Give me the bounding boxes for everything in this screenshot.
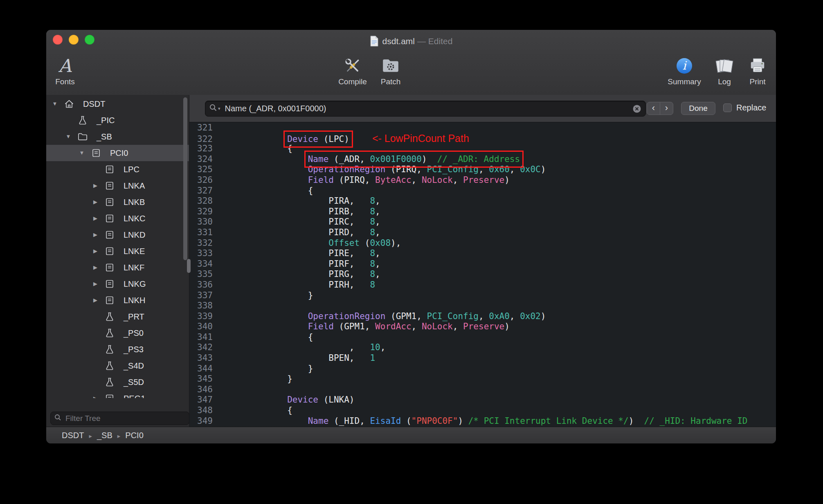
method-icon [104, 344, 115, 355]
tree-item-label: LNKE [124, 243, 145, 259]
device-icon [104, 197, 115, 207]
code-text: , 10, [246, 342, 385, 352]
tree-item-LNKE[interactable]: ▶LNKE [46, 243, 189, 259]
tree-item-LNKC[interactable]: ▶LNKC [46, 210, 189, 227]
fonts-button[interactable]: A Fonts [46, 54, 90, 86]
find-previous-button[interactable]: ‹ [647, 102, 660, 115]
code-text: Name (_ADR, 0x001F0000) // _ADR: Address [246, 154, 520, 164]
tree-item-LNKA[interactable]: ▶LNKA [46, 178, 189, 194]
tree-item-PCI0[interactable]: ▼PCI0 [46, 145, 189, 161]
patch-folder-icon [366, 54, 415, 77]
tree-item-LNKH[interactable]: ▶LNKH [46, 292, 189, 308]
code-line: 343 BPEN, 1 [189, 353, 776, 364]
find-input[interactable] [224, 104, 632, 114]
disclosure-closed-icon[interactable]: ▶ [90, 210, 101, 227]
disclosure-open-icon[interactable]: ▼ [49, 96, 60, 112]
code-text: PIRE, 8, [246, 248, 380, 258]
dsdt-tree[interactable]: ▼DSDT_PIC▼_SB▼PCI0LPC▶LNKA▶LNKB▶LNKC▶LNK… [46, 95, 189, 398]
disclosure-spacer [90, 325, 101, 341]
tree-item-label: LPC [124, 161, 139, 178]
tree-item-PEG1[interactable]: ▶PEG1 [46, 390, 189, 398]
tree-item-LNKD[interactable]: ▶LNKD [46, 227, 189, 243]
pane-splitter-handle[interactable] [187, 259, 191, 273]
disclosure-closed-icon[interactable]: ▶ [90, 194, 101, 210]
clear-search-icon[interactable] [632, 104, 641, 113]
code-text: Offset (0x08), [246, 238, 401, 248]
disclosure-closed-icon[interactable]: ▶ [90, 178, 101, 194]
device-icon [104, 393, 115, 398]
code-text: OperationRegion (GPM1, PCI_Config, 0xA0,… [246, 311, 546, 321]
code-line: 330 PIRC, 8, [189, 217, 776, 227]
code-line: 327 { [189, 186, 776, 196]
code-text: } [246, 364, 313, 374]
method-icon [104, 328, 115, 338]
replace-checkbox[interactable] [723, 104, 732, 112]
disclosure-open-icon[interactable]: ▼ [76, 145, 87, 161]
document-name: dsdt.aml [382, 36, 415, 46]
disclosure-spacer [63, 112, 74, 128]
code-line: 333 PIRE, 8, [189, 248, 776, 259]
done-button[interactable]: Done [681, 102, 715, 115]
tree-item-_S5D[interactable]: _S5D [46, 374, 189, 390]
breadcrumb-item-_SB[interactable]: _SB [97, 431, 112, 440]
sidebar-scrollbar-thumb[interactable] [183, 97, 187, 260]
tree-item-_PIC[interactable]: _PIC [46, 112, 189, 128]
code-text: Field (PIRQ, ByteAcc, NoLock, Preserve) [246, 175, 510, 185]
line-number: 337 [189, 290, 213, 301]
patch-button[interactable]: Patch [366, 54, 415, 86]
code-line: 342 , 10, [189, 342, 776, 353]
printer-icon [733, 54, 776, 77]
code-line: 332 Offset (0x08), [189, 238, 776, 249]
line-number: 327 [189, 186, 213, 196]
tree-item-label: LNKH [124, 292, 145, 308]
disclosure-closed-icon[interactable]: ▶ [90, 276, 101, 292]
line-number: 326 [189, 175, 213, 186]
tree-item-label: PEG1 [124, 390, 145, 398]
code-line: 346 [189, 385, 776, 395]
device-icon [104, 164, 115, 175]
code-line: 341 { [189, 332, 776, 343]
disclosure-closed-icon[interactable]: ▶ [90, 390, 101, 398]
tree-item-LPC[interactable]: LPC [46, 161, 189, 178]
filter-tree-input[interactable] [65, 414, 185, 423]
line-number: 340 [189, 322, 213, 332]
tree-item-LNKF[interactable]: ▶LNKF [46, 259, 189, 276]
disclosure-closed-icon[interactable]: ▶ [90, 292, 101, 308]
disclosure-closed-icon[interactable]: ▶ [90, 227, 101, 243]
disclosure-closed-icon[interactable]: ▶ [90, 243, 101, 259]
code-editor[interactable]: 321322 Device (LPC)<- LowPinCount Path32… [189, 122, 776, 427]
find-next-button[interactable]: › [660, 102, 673, 115]
device-icon [104, 230, 115, 240]
tree-item-_PRT[interactable]: _PRT [46, 308, 189, 325]
code-text: PIRG, 8, [246, 269, 380, 279]
code-line: 340 Field (GPM1, WordAcc, NoLock, Preser… [189, 322, 776, 332]
disclosure-closed-icon[interactable]: ▶ [90, 259, 101, 276]
tree-item-label: _S4D [124, 358, 144, 374]
print-button[interactable]: Print [733, 54, 776, 86]
breadcrumb: DSDT▸_SB▸PCI0 [62, 431, 144, 440]
tree-item-label: LNKA [124, 178, 145, 194]
tree-item-DSDT[interactable]: ▼DSDT [46, 96, 189, 112]
sidebar: ▼DSDT_PIC▼_SB▼PCI0LPC▶LNKA▶LNKB▶LNKC▶LNK… [46, 95, 189, 427]
tree-item-LNKG[interactable]: ▶LNKG [46, 276, 189, 292]
tree-item-LNKB[interactable]: ▶LNKB [46, 194, 189, 210]
code-text: Field (GPM1, WordAcc, NoLock, Preserve) [246, 322, 510, 331]
code-text: } [246, 290, 313, 300]
search-scope-chevron-icon[interactable]: ▾ [218, 106, 220, 111]
editor-pane: ▾ ‹ › Done Replace 321322 Device (LPC)<- [189, 95, 776, 427]
find-field[interactable]: ▾ [205, 101, 646, 117]
line-number: 332 [189, 238, 213, 249]
line-number: 347 [189, 395, 213, 405]
code-line: 335 PIRG, 8, [189, 269, 776, 280]
code-line: 322 Device (LPC)<- LowPinCount Path [189, 133, 776, 144]
tree-item-_PS0[interactable]: _PS0 [46, 325, 189, 341]
tree-item-_PS3[interactable]: _PS3 [46, 341, 189, 358]
line-number: 328 [189, 196, 213, 207]
tree-item-_SB[interactable]: ▼_SB [46, 128, 189, 145]
device-icon [91, 148, 101, 158]
disclosure-open-icon[interactable]: ▼ [63, 128, 74, 145]
tree-item-_S4D[interactable]: _S4D [46, 358, 189, 374]
breadcrumb-item-DSDT[interactable]: DSDT [62, 431, 84, 440]
breadcrumb-item-PCI0[interactable]: PCI0 [125, 431, 143, 440]
filter-tree-field[interactable] [50, 412, 189, 425]
